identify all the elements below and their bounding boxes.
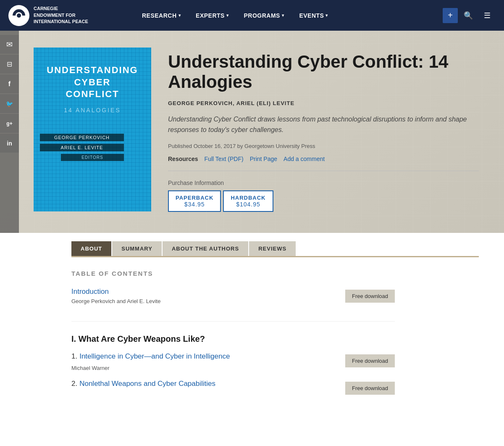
hero-section: ✉ ⊟ f 🐦 g+ in UNDERSTANDING CYBER CONFLI… bbox=[0, 31, 504, 233]
hero-description: Understanding Cyber Conflict draws lesso… bbox=[168, 114, 479, 135]
resources-label: Resources bbox=[168, 156, 198, 162]
nav-links: RESEARCH▾ EXPERTS▾ PROGRAMS▾ EVENTS▾ bbox=[134, 0, 443, 31]
googleplus-share-button[interactable]: g+ bbox=[0, 114, 19, 133]
hardback-label: HARDBACK bbox=[231, 195, 265, 201]
googleplus-icon: g+ bbox=[6, 121, 12, 127]
nav-actions: + 🔍 ☰ bbox=[443, 7, 496, 24]
print-icon: ⊟ bbox=[7, 60, 12, 68]
resources-bar: Resources Full Text (PDF) Print Page Add… bbox=[168, 156, 479, 171]
nav-programs[interactable]: PROGRAMS▾ bbox=[236, 0, 291, 31]
book-cover-author1: GEORGE PERKOVICH bbox=[40, 134, 124, 141]
tab-summary[interactable]: SUMMARY bbox=[112, 241, 162, 256]
email-share-button[interactable]: ✉ bbox=[0, 35, 19, 54]
item2-title-link[interactable]: Nonlethal Weapons and Cyber Capabilities bbox=[79, 380, 215, 388]
item1-author: Michael Warner bbox=[71, 365, 337, 371]
twitter-icon: 🐦 bbox=[6, 100, 13, 107]
paperback-label: PAPERBACK bbox=[176, 195, 213, 201]
print-page-link[interactable]: Print Page bbox=[250, 156, 277, 162]
authors-list: GEORGE PERKOVICH, ARIEL (ELI) LEVITE bbox=[168, 100, 479, 106]
item1-title-link[interactable]: Intelligence in Cyber—and Cyber in Intel… bbox=[79, 352, 230, 361]
intro-title-link[interactable]: Introduction bbox=[71, 288, 337, 296]
section1-title: I. What Are Cyber Weapons Like? bbox=[71, 334, 395, 344]
full-text-link[interactable]: Full Text (PDF) bbox=[205, 156, 244, 162]
item1-number: 1. bbox=[71, 352, 77, 361]
paperback-price: $34.95 bbox=[184, 201, 205, 208]
org-name: CARNEGIE ENDOWMENT FOR INTERNATIONAL PEA… bbox=[34, 5, 88, 25]
item1-download-button[interactable]: Free download bbox=[345, 354, 395, 367]
add-button[interactable]: + bbox=[443, 8, 458, 23]
social-sidebar: ✉ ⊟ f 🐦 g+ in bbox=[0, 31, 19, 233]
item2-download-button[interactable]: Free download bbox=[345, 382, 395, 395]
intro-author: George Perkovich and Ariel E. Levite bbox=[71, 298, 337, 304]
purchase-section: Purchase Information PAPERBACK $34.95 HA… bbox=[168, 179, 479, 212]
nav-research[interactable]: RESEARCH▾ bbox=[134, 0, 188, 31]
hardback-button[interactable]: HARDBACK $104.95 bbox=[223, 190, 273, 212]
tabs-bar: ABOUT SUMMARY ABOUT THE AUTHORS REVIEWS bbox=[71, 241, 479, 257]
book-cover-author2: ARIEL E. LEVITE bbox=[40, 144, 124, 151]
email-icon: ✉ bbox=[6, 40, 13, 49]
item2-left: 2. Nonlethal Weapons and Cyber Capabilit… bbox=[71, 380, 337, 390]
item1-left: 1. Intelligence in Cyber—and Cyber in In… bbox=[71, 352, 337, 371]
logo-container: CARNEGIE ENDOWMENT FOR INTERNATIONAL PEA… bbox=[8, 5, 134, 26]
facebook-icon: f bbox=[8, 80, 10, 88]
book-cover: UNDERSTANDING CYBER CONFLICT 14 ANALOGIE… bbox=[34, 48, 151, 211]
intro-left: Introduction George Perkovich and Ariel … bbox=[71, 288, 337, 304]
svg-point-2 bbox=[17, 13, 21, 18]
book-cover-title: UNDERSTANDING CYBER CONFLICT bbox=[47, 64, 138, 100]
menu-button[interactable]: ☰ bbox=[479, 7, 496, 24]
hardback-price: $104.95 bbox=[236, 201, 260, 208]
intro-download-button[interactable]: Free download bbox=[345, 290, 395, 303]
navbar: CARNEGIE ENDOWMENT FOR INTERNATIONAL PEA… bbox=[0, 0, 504, 31]
toc-item-2: 2. Nonlethal Weapons and Cyber Capabilit… bbox=[71, 380, 395, 395]
book-cover-editors: EDITORS bbox=[61, 154, 124, 161]
toc-section1: I. What Are Cyber Weapons Like? 1. Intel… bbox=[71, 334, 395, 412]
search-button[interactable]: 🔍 bbox=[460, 7, 477, 24]
paperback-button[interactable]: PAPERBACK $34.95 bbox=[168, 190, 221, 212]
page-title: Understanding Cyber Conflict: 14 Analogi… bbox=[168, 52, 479, 92]
book-cover-subtitle: 14 ANALOGIES bbox=[64, 107, 121, 113]
logo-icon bbox=[8, 5, 29, 26]
add-comment-link[interactable]: Add a comment bbox=[284, 156, 325, 162]
tabs-section: ABOUT SUMMARY ABOUT THE AUTHORS REVIEWS bbox=[0, 233, 504, 257]
nav-experts[interactable]: EXPERTS▾ bbox=[188, 0, 236, 31]
twitter-share-button[interactable]: 🐦 bbox=[0, 94, 19, 113]
linkedin-share-button[interactable]: in bbox=[0, 134, 19, 153]
purchase-buttons: PAPERBACK $34.95 HARDBACK $104.95 bbox=[168, 190, 479, 212]
tab-reviews[interactable]: REVIEWS bbox=[249, 241, 296, 256]
purchase-label: Purchase Information bbox=[168, 179, 479, 186]
publication-info: Published October 16, 2017 by Georgetown… bbox=[168, 143, 479, 149]
nav-events[interactable]: EVENTS▾ bbox=[291, 0, 336, 31]
toc-heading: TABLE OF CONTENTS bbox=[71, 270, 395, 277]
toc-intro-entry: Introduction George Perkovich and Ariel … bbox=[71, 288, 395, 322]
hero-content: Understanding Cyber Conflict: 14 Analogi… bbox=[168, 48, 479, 212]
tab-about-authors[interactable]: ABOUT THE AUTHORS bbox=[163, 241, 248, 256]
content-section: TABLE OF CONTENTS Introduction George Pe… bbox=[0, 257, 420, 441]
tab-about[interactable]: ABOUT bbox=[71, 241, 111, 256]
facebook-share-button[interactable]: f bbox=[0, 74, 19, 93]
intro-row: Introduction George Perkovich and Ariel … bbox=[71, 288, 395, 304]
item2-number: 2. bbox=[71, 380, 77, 388]
toc-item-1: 1. Intelligence in Cyber—and Cyber in In… bbox=[71, 352, 395, 371]
linkedin-icon: in bbox=[7, 140, 12, 147]
print-button[interactable]: ⊟ bbox=[0, 55, 19, 74]
